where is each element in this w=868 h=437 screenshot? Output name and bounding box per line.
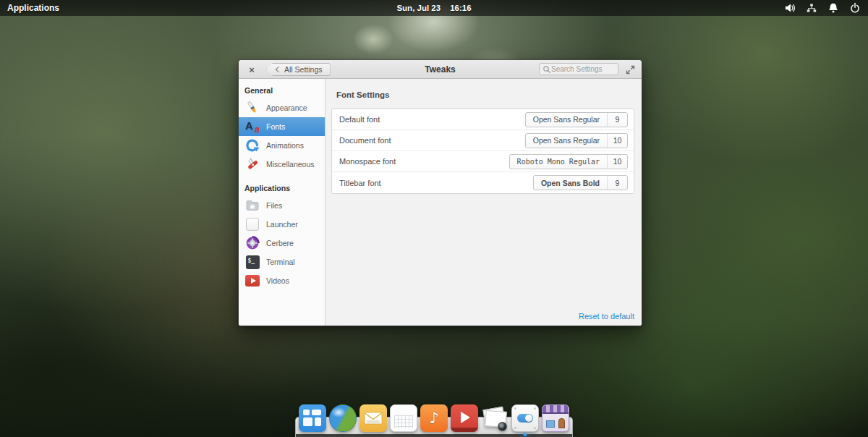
font-settings-table: Default font Open Sans Regular 9 Documen… <box>331 109 634 194</box>
default-font-picker-button[interactable]: Open Sans Regular 9 <box>525 112 628 127</box>
search-icon <box>542 65 551 74</box>
miscellaneous-icon <box>244 156 260 172</box>
dock-item-videos[interactable] <box>449 404 480 432</box>
multitasking-icon <box>299 404 326 432</box>
videos-app-icon <box>451 404 478 432</box>
maximize-button[interactable] <box>624 64 636 75</box>
font-size-value[interactable]: 9 <box>607 113 627 127</box>
row-titlebar-font: Titlebar font Open Sans Bold 9 <box>332 172 634 193</box>
web-browser-icon <box>329 404 357 432</box>
font-size-value[interactable]: 10 <box>607 155 627 169</box>
sidebar-item-label: Animations <box>266 141 304 150</box>
sidebar-item-label: Launcher <box>266 220 298 229</box>
dock: ♪ <box>295 404 573 437</box>
videos-icon <box>244 273 260 289</box>
dock-icons: ♪ <box>295 404 573 432</box>
font-name-value[interactable]: Open Sans Regular <box>526 113 607 127</box>
dock-item-calendar[interactable] <box>388 404 419 432</box>
sidebar-item-fonts[interactable]: Aa Fonts <box>239 117 325 136</box>
sidebar-item-label: Miscellaneous <box>266 160 315 169</box>
font-size-value[interactable]: 10 <box>607 134 627 148</box>
launcher-icon <box>244 216 260 232</box>
sidebar-item-label: Appearance <box>266 103 307 112</box>
sidebar-item-miscellaneous[interactable]: Miscellaneous <box>239 155 325 174</box>
sidebar-item-label: Terminal <box>266 258 295 266</box>
cerbere-icon <box>244 235 260 251</box>
files-icon <box>244 198 260 213</box>
sidebar-item-label: Videos <box>266 276 289 285</box>
sidebar-heading-general: General <box>239 80 325 98</box>
music-icon: ♪ <box>420 404 448 432</box>
dock-item-photos[interactable] <box>480 404 510 432</box>
dock-item-music[interactable]: ♪ <box>419 404 449 432</box>
volume-icon[interactable] <box>784 2 796 14</box>
dock-item-appcenter[interactable] <box>540 404 571 432</box>
clock-indicator[interactable]: Sun, Jul 23 16:16 <box>396 4 471 12</box>
calendar-icon <box>390 404 417 432</box>
dock-item-multitasking[interactable] <box>297 404 328 432</box>
dock-item-web-browser[interactable] <box>328 404 358 432</box>
font-name-value[interactable]: Roboto Mono Regular <box>510 155 607 169</box>
search-field[interactable] <box>539 63 618 75</box>
notifications-icon[interactable] <box>827 2 839 14</box>
sidebar-item-animations[interactable]: Animations <box>239 136 325 155</box>
terminal-icon: $_ <box>244 254 260 270</box>
window-body: General Appearance Aa Fonts <box>239 79 642 326</box>
row-monospace-font: Monospace font Roboto Mono Regular 10 <box>332 151 634 172</box>
fonts-icon: Aa <box>244 119 260 135</box>
animations-icon <box>244 137 260 153</box>
top-panel: Applications Sun, Jul 23 16:16 <box>0 0 868 16</box>
sidebar-item-terminal[interactable]: $_ Terminal <box>239 253 325 271</box>
sidebar-item-files[interactable]: Files <box>239 196 325 215</box>
clock-time: 16:16 <box>450 4 471 12</box>
sidebar-item-cerbere[interactable]: Cerbere <box>239 234 325 253</box>
panel-heading: Font Settings <box>331 90 634 99</box>
desktop: Applications Sun, Jul 23 16:16 × <box>0 0 868 437</box>
font-size-value[interactable]: 9 <box>607 176 627 190</box>
sidebar-item-appearance[interactable]: Appearance <box>239 98 325 117</box>
titlebar[interactable]: × All Settings Tweaks <box>239 60 642 79</box>
font-settings-panel: Font Settings Default font Open Sans Reg… <box>326 79 642 326</box>
monospace-font-picker-button[interactable]: Roboto Mono Regular 10 <box>509 154 628 169</box>
clock-date: Sun, Jul 23 <box>396 4 441 12</box>
row-document-font: Document font Open Sans Regular 10 <box>332 130 634 151</box>
row-label: Default font <box>339 115 525 124</box>
mail-icon <box>359 404 387 432</box>
row-default-font: Default font Open Sans Regular 9 <box>332 109 634 130</box>
appearance-icon <box>244 100 260 116</box>
row-label: Monospace font <box>339 157 509 166</box>
font-name-value[interactable]: Open Sans Regular <box>526 134 607 148</box>
reset-to-default-link[interactable]: Reset to default <box>579 312 634 321</box>
sidebar-item-launcher[interactable]: Launcher <box>239 215 325 234</box>
system-tray <box>784 0 864 16</box>
dock-item-system-settings[interactable] <box>510 404 540 432</box>
sidebar: General Appearance Aa Fonts <box>239 79 326 326</box>
sidebar-heading-applications: Applications <box>239 178 325 196</box>
network-icon[interactable] <box>806 2 817 14</box>
system-settings-icon <box>511 404 539 432</box>
photos-icon <box>481 404 509 432</box>
row-label: Document font <box>339 136 525 145</box>
sidebar-item-videos[interactable]: Videos <box>239 271 325 290</box>
titlebar-font-picker-button[interactable]: Open Sans Bold 9 <box>533 175 628 190</box>
font-name-value[interactable]: Open Sans Bold <box>534 176 607 190</box>
power-icon[interactable] <box>849 2 861 14</box>
sidebar-item-label: Cerbere <box>266 239 294 247</box>
maximize-icon <box>626 65 635 75</box>
document-font-picker-button[interactable]: Open Sans Regular 10 <box>525 133 628 148</box>
search-input[interactable] <box>551 65 615 73</box>
tweaks-window: × All Settings Tweaks General <box>239 60 642 326</box>
applications-menu[interactable]: Applications <box>0 0 67 16</box>
row-label: Titlebar font <box>339 179 533 187</box>
appcenter-icon <box>542 404 569 432</box>
sidebar-item-label: Files <box>266 201 282 210</box>
sidebar-item-label: Fonts <box>266 122 285 131</box>
dock-item-mail[interactable] <box>358 404 388 432</box>
